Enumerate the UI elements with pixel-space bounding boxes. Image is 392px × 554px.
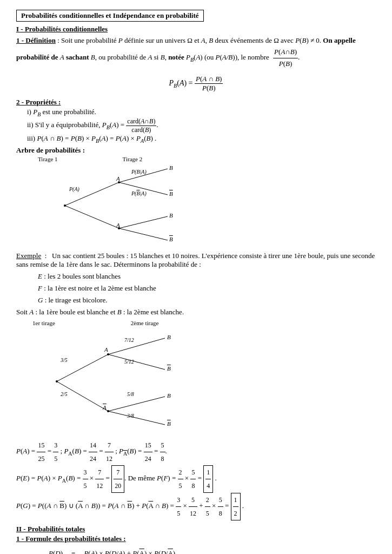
prob-totales-formulas: P(D) = P(A) × P(D/A) + P(A) × P(D/A) P(D…	[49, 546, 376, 554]
exemple-events: E : les 2 boules sont blanches F : la 1è…	[38, 271, 376, 306]
arbre-title: Arbre de probabilités :	[16, 146, 376, 155]
svg-point-17	[107, 410, 109, 412]
tree2-container: A A B B B B 3/5 2/5 7/12 5/12 5/8 3/8	[27, 327, 227, 436]
svg-point-6	[64, 205, 66, 207]
svg-point-15	[56, 380, 58, 382]
central-formula: PB(A) = P(A ∩ B) P(B)	[16, 75, 376, 93]
tirage-labels-1: Tirage 1 Tirage 2	[38, 156, 376, 162]
tree1-container: A A B B B B P(A) P(B|A) P(B|A)	[32, 163, 205, 247]
properties-block: 2 - Propriétés : i) PB est une probabili…	[16, 98, 376, 143]
exemple-ab: Soit A : la 1ère boule est blanche et B …	[16, 308, 376, 316]
svg-line-1	[65, 206, 119, 228]
svg-line-11	[108, 338, 165, 354]
section2-title: II - Probabilités totales	[16, 525, 376, 533]
svg-line-14	[108, 411, 165, 425]
svg-point-16	[107, 353, 109, 355]
results-block: P(A) = 1525 = 35 ; PA(B) = 1424 = 712 ; …	[16, 439, 376, 520]
tree2-svg	[27, 327, 227, 436]
definition-block: 1 - Définition : Soit une probabilité P …	[16, 35, 376, 69]
section2-subsection: 1 - Formule des probabilités totales :	[16, 535, 376, 543]
svg-line-12	[108, 354, 165, 370]
svg-line-13	[108, 397, 165, 411]
exemple-section: Exemple : Un sac contient 25 boules : 15…	[16, 252, 376, 269]
page-title-box: Probabilités conditionnelles et Indépend…	[16, 10, 204, 22]
section1-title: I - Probabilités conditionnelles	[16, 25, 376, 34]
svg-line-5	[119, 228, 168, 240]
tirage-labels-2: 1er tirage 2ème tirage	[32, 320, 376, 326]
svg-line-4	[119, 216, 168, 228]
page-title: Probabilités conditionnelles et Indépend…	[21, 11, 199, 19]
